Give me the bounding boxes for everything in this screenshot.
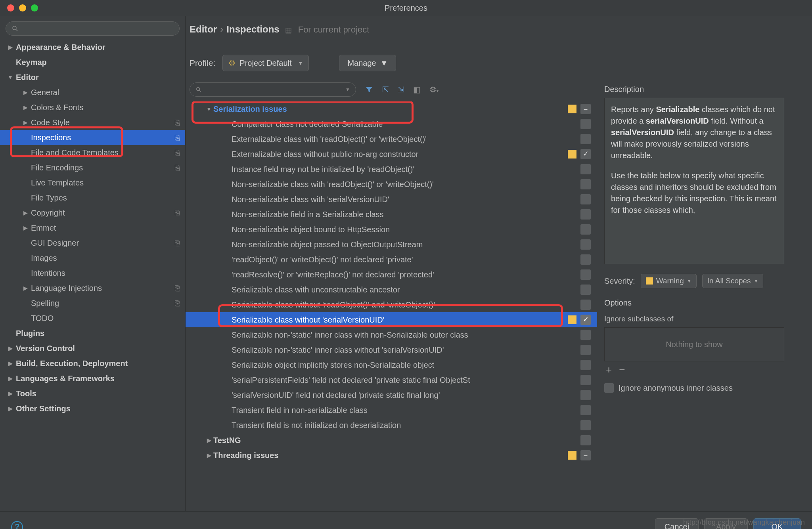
inspection-checkbox[interactable] [580, 254, 591, 265]
close-window-button[interactable] [7, 4, 14, 11]
sidebar-item-file-and-code-templates[interactable]: File and Code Templates⎘ [0, 145, 185, 160]
sidebar-item-plugins[interactable]: Plugins [0, 326, 185, 341]
sidebar-item-tools[interactable]: ▶Tools [0, 386, 185, 401]
tree-arrow-icon: ▶ [7, 345, 13, 351]
sidebar-item-language-injections[interactable]: ▶Language Injections⎘ [0, 281, 185, 296]
inspection-checkbox[interactable] [580, 134, 591, 144]
reset-icon[interactable]: ◧ [413, 85, 421, 94]
inspection-checkbox[interactable] [580, 209, 591, 220]
sidebar-item-emmet[interactable]: ▶Emmet [0, 220, 185, 235]
expand-all-icon[interactable]: ⇱ [382, 85, 389, 94]
inspection-checkbox[interactable] [580, 420, 591, 430]
inspection-item[interactable]: Serializable object implicitly stores no… [186, 357, 597, 372]
inspection-label: 'serialPersistentFields' field not decla… [232, 376, 470, 385]
inspection-item[interactable]: 'serialPersistentFields' field not decla… [186, 372, 597, 388]
sidebar-item-keymap[interactable]: Keymap [0, 55, 185, 70]
inspection-checkbox[interactable] [580, 345, 591, 355]
filter-icon[interactable] [365, 85, 373, 94]
inspection-checkbox[interactable] [580, 300, 591, 310]
add-button[interactable]: + [606, 364, 612, 376]
sidebar-item-build-execution-deployment[interactable]: ▶Build, Execution, Deployment [0, 356, 185, 371]
sidebar-item-copyright[interactable]: ▶Copyright⎘ [0, 205, 185, 220]
gear-icon[interactable]: ⚙▾ [429, 85, 439, 94]
inspection-item[interactable]: 'serialVersionUID' field not declared 'p… [186, 388, 597, 403]
inspection-item[interactable]: Serializable class with unconstructable … [186, 282, 597, 297]
sidebar-item-inspections[interactable]: Inspections⎘ [0, 130, 185, 145]
sidebar-item-live-templates[interactable]: Live Templates [0, 175, 185, 190]
inspection-item[interactable]: Serializable non-'static' inner class wi… [186, 327, 597, 342]
inspection-item[interactable]: Serializable class without 'serialVersio… [186, 312, 597, 327]
sidebar-item-gui-designer[interactable]: GUI Designer⎘ [0, 235, 185, 250]
inspection-checkbox[interactable] [580, 239, 591, 250]
inspection-group[interactable]: ▶TestNG [186, 433, 597, 448]
inspection-checkbox[interactable] [580, 390, 591, 400]
inspection-item[interactable]: Non-serializable class with 'readObject(… [186, 177, 597, 192]
svg-line-3 [199, 90, 201, 92]
help-button[interactable]: ? [11, 521, 23, 529]
sidebar-item-other-settings[interactable]: ▶Other Settings [0, 401, 185, 416]
inspection-checkbox[interactable] [580, 149, 591, 159]
sidebar-item-languages-frameworks[interactable]: ▶Languages & Frameworks [0, 371, 185, 386]
group-checkbox[interactable] [580, 435, 591, 445]
inspection-checkbox[interactable] [580, 179, 591, 189]
ignore-anonymous-checkbox[interactable] [604, 383, 614, 393]
sidebar-item-label: TODO [31, 314, 54, 323]
inspection-item[interactable]: Non-serializable object passed to Object… [186, 237, 597, 252]
inspection-item[interactable]: 'readResolve()' or 'writeReplace()' not … [186, 267, 597, 282]
mixed-state-checkbox[interactable]: – [580, 104, 591, 114]
ignore-subclasses-table[interactable]: Nothing to show [604, 327, 784, 361]
inspections-search-input[interactable]: ▼ [190, 82, 356, 97]
inspection-checkbox[interactable] [580, 224, 591, 235]
sidebar-item-file-types[interactable]: File Types [0, 190, 185, 205]
collapse-all-icon[interactable]: ⇲ [398, 85, 404, 94]
remove-button[interactable]: − [619, 364, 625, 376]
sidebar-item-colors-fonts[interactable]: ▶Colors & Fonts [0, 100, 185, 115]
inspection-checkbox[interactable] [580, 269, 591, 280]
minimize-window-button[interactable] [19, 4, 26, 11]
sidebar-item-file-encodings[interactable]: File Encodings⎘ [0, 160, 185, 175]
inspection-group[interactable]: ▶Threading issues– [186, 448, 597, 463]
inspection-item[interactable]: Serializable class without 'readObject()… [186, 297, 597, 312]
inspection-checkbox[interactable] [580, 375, 591, 385]
sidebar-item-images[interactable]: Images [0, 250, 185, 265]
sidebar-item-code-style[interactable]: ▶Code Style⎘ [0, 115, 185, 130]
inspection-item[interactable]: Non-serializable class with 'serialVersi… [186, 192, 597, 207]
sidebar-item-intentions[interactable]: Intentions [0, 265, 185, 281]
inspection-item[interactable]: Instance field may not be initialized by… [186, 162, 597, 177]
inspection-item[interactable]: Transient field is not initialized on de… [186, 418, 597, 433]
sidebar-item-label: File Types [31, 193, 67, 202]
sidebar-item-todo[interactable]: TODO [0, 311, 185, 326]
inspection-checkbox[interactable] [580, 194, 591, 204]
description-heading: Description [604, 85, 784, 94]
inspection-checkbox[interactable] [580, 405, 591, 415]
inspection-item[interactable]: Transient field in non-serializable clas… [186, 403, 597, 418]
inspection-checkbox[interactable] [580, 315, 591, 325]
sidebar-item-general[interactable]: ▶General [0, 85, 185, 100]
inspection-checkbox[interactable] [580, 285, 591, 295]
sidebar-item-spelling[interactable]: Spelling⎘ [0, 296, 185, 311]
description-text[interactable]: Reports any Serializable classes which d… [604, 98, 784, 264]
inspection-item[interactable]: Externalizable class with 'readObject()'… [186, 132, 597, 147]
inspection-checkbox[interactable] [580, 360, 591, 370]
profile-combo[interactable]: ⚙ Project Default ▼ [222, 55, 309, 71]
severity-combo[interactable]: Warning ▼ [641, 274, 697, 288]
inspection-item[interactable]: 'readObject()' or 'writeObject()' not de… [186, 252, 597, 267]
inspection-checkbox[interactable] [580, 164, 591, 174]
inspection-item[interactable]: Serializable non-'static' inner class wi… [186, 342, 597, 357]
inspection-item[interactable]: Comparator class not declared Serializab… [186, 116, 597, 132]
sidebar-search-input[interactable] [6, 21, 180, 36]
inspection-checkbox[interactable] [580, 119, 591, 129]
group-checkbox[interactable]: – [580, 450, 591, 460]
sidebar-item-editor[interactable]: ▼Editor [0, 70, 185, 85]
sidebar-item-version-control[interactable]: ▶Version Control [0, 341, 185, 356]
inspection-item[interactable]: Non-serializable field in a Serializable… [186, 207, 597, 222]
zoom-window-button[interactable] [31, 4, 38, 11]
sidebar-item-appearance-behavior[interactable]: ▶Appearance & Behavior [0, 40, 185, 55]
inspection-item[interactable]: Non-serializable object bound to HttpSes… [186, 222, 597, 237]
inspection-group-serialization[interactable]: ▼Serialization issues– [186, 101, 597, 116]
inspection-item[interactable]: Externalizable class without public no-a… [186, 147, 597, 162]
inspection-checkbox[interactable] [580, 330, 591, 340]
manage-button[interactable]: Manage ▼ [339, 55, 396, 71]
scope-combo[interactable]: In All Scopes ▼ [702, 274, 764, 288]
inspection-label: Serializable class without 'readObject()… [232, 300, 435, 309]
